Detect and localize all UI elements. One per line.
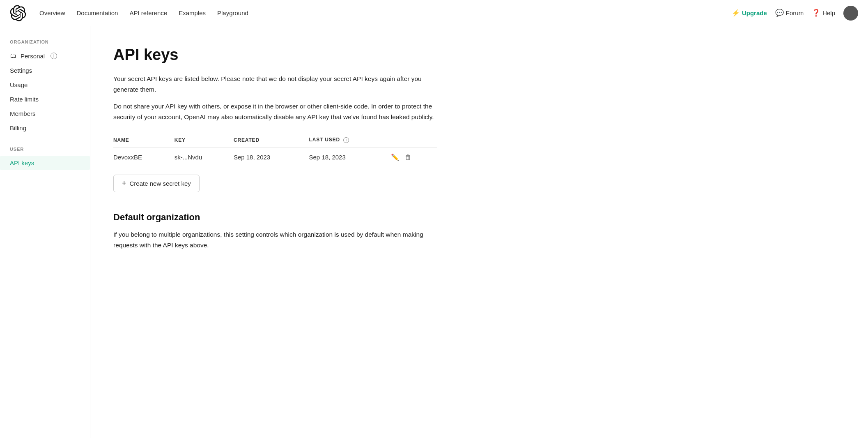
sidebar-item-rate-limits-label: Rate limits (10, 96, 39, 103)
forum-label: Forum (786, 9, 804, 16)
forum-icon: 💬 (775, 9, 784, 17)
action-icons: ✏️ 🗑 (391, 153, 432, 161)
sidebar-item-usage[interactable]: Usage (0, 78, 90, 92)
row-key: sk-...Nvdu (175, 148, 234, 167)
api-keys-table: NAME KEY CREATED LAST USED i (113, 134, 437, 167)
col-name: NAME (113, 134, 175, 147)
personal-info-icon: i (51, 53, 57, 59)
sidebar-item-personal-label: Personal (21, 53, 45, 60)
help-link[interactable]: ❓ Help (812, 9, 835, 17)
row-created: Sep 18, 2023 (234, 148, 309, 167)
user-section-label: User (0, 147, 90, 156)
sidebar-item-settings-label: Settings (10, 67, 32, 74)
default-org-title: Default organization (113, 212, 437, 223)
edit-icon[interactable]: ✏️ (391, 153, 399, 161)
sidebar-item-members[interactable]: Members (0, 106, 90, 121)
nav-playground[interactable]: Playground (217, 9, 248, 16)
logo[interactable] (10, 5, 26, 21)
sidebar-item-api-keys[interactable]: API keys (0, 156, 90, 170)
nav-examples[interactable]: Examples (179, 9, 206, 16)
plus-icon: + (122, 179, 126, 188)
sidebar-item-rate-limits[interactable]: Rate limits (0, 92, 90, 106)
top-navigation: Overview Documentation API reference Exa… (0, 0, 868, 26)
col-actions (391, 134, 437, 147)
sidebar: Organization 🗂 Personal i Settings Usage… (0, 26, 90, 438)
sidebar-spacer (0, 135, 90, 147)
forum-link[interactable]: 💬 Forum (775, 9, 804, 17)
nav-overview[interactable]: Overview (39, 9, 65, 16)
default-org-desc: If you belong to multiple organizations,… (113, 229, 437, 250)
row-actions: ✏️ 🗑 (391, 148, 437, 167)
sidebar-item-settings[interactable]: Settings (0, 63, 90, 78)
help-label: Help (822, 9, 835, 16)
org-section-label: Organization (0, 39, 90, 48)
col-created: CREATED (234, 134, 309, 147)
nav-api-reference[interactable]: API reference (129, 9, 167, 16)
row-name: DevoxxBE (113, 148, 175, 167)
upgrade-button[interactable]: ⚡ Upgrade (732, 9, 767, 17)
nav-links: Overview Documentation API reference Exa… (39, 9, 719, 16)
row-last-used: Sep 18, 2023 (309, 148, 391, 167)
sidebar-item-members-label: Members (10, 110, 36, 117)
create-btn-label: Create new secret key (130, 180, 191, 187)
briefcase-icon: 🗂 (10, 52, 16, 60)
upgrade-label: Upgrade (742, 9, 767, 16)
page-title: API keys (113, 46, 437, 64)
delete-icon[interactable]: 🗑 (405, 154, 411, 161)
sidebar-item-usage-label: Usage (10, 81, 28, 88)
user-avatar[interactable] (843, 6, 858, 21)
sidebar-item-api-keys-label: API keys (10, 159, 34, 166)
sidebar-item-billing-label: Billing (10, 124, 26, 131)
create-secret-key-button[interactable]: + Create new secret key (113, 175, 200, 192)
sidebar-item-personal[interactable]: 🗂 Personal i (0, 48, 90, 63)
description-2: Do not share your API key with others, o… (113, 101, 437, 122)
sidebar-item-billing[interactable]: Billing (0, 121, 90, 135)
col-last-used: LAST USED i (309, 134, 391, 147)
col-key: KEY (175, 134, 234, 147)
help-icon: ❓ (812, 9, 820, 17)
topnav-right: ⚡ Upgrade 💬 Forum ❓ Help (732, 6, 858, 21)
table-row: DevoxxBE sk-...Nvdu Sep 18, 2023 Sep 18,… (113, 148, 437, 167)
main-content: API keys Your secret API keys are listed… (90, 26, 460, 438)
page-layout: Organization 🗂 Personal i Settings Usage… (0, 26, 868, 438)
last-used-info-icon: i (343, 137, 349, 143)
nav-documentation[interactable]: Documentation (77, 9, 118, 16)
description-1: Your secret API keys are listed below. P… (113, 74, 437, 95)
bolt-icon: ⚡ (732, 9, 740, 17)
